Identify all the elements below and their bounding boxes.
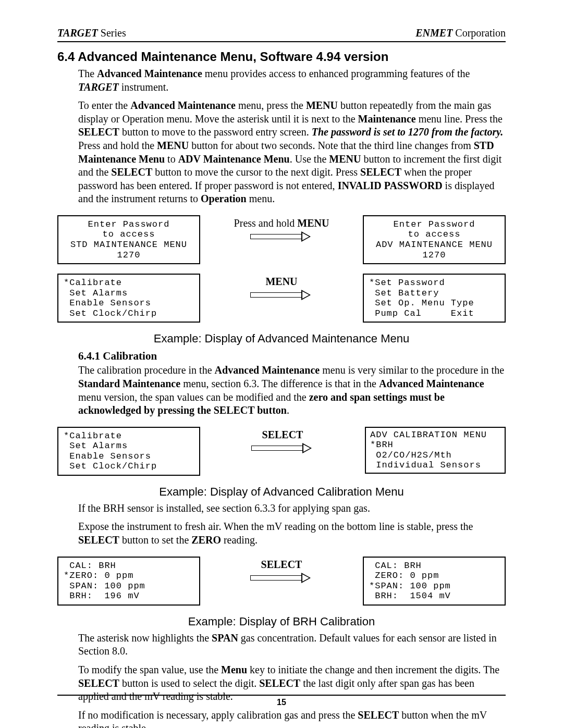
lcd-adv-password: Enter Password to access ADV MAINTENANCE… <box>363 215 506 264</box>
sub-heading-calibration: 6.4.1 Calibration <box>78 350 506 363</box>
calibration-paragraph: The calibration procedure in the Advance… <box>78 364 506 417</box>
span-paragraph: The asterisk now highlights the SPAN gas… <box>78 632 506 658</box>
section-heading: 6.4 Advanced Maintenance Menu, Software … <box>57 50 506 64</box>
lcd-adv-calibration-menu: ADV CALIBRATION MENU *BRH O2/CO/H2S/Mth … <box>365 427 506 474</box>
row3-label: SELECT <box>217 429 348 441</box>
display-row-3: *Calibrate Set Alarms Enable Sensors Set… <box>57 427 506 476</box>
footer: 15 <box>57 695 506 707</box>
lcd-brh-zero: CAL: BRH *ZERO: 0 ppm SPAN: 100 ppm BRH:… <box>57 557 200 606</box>
lcd-calibrate-menu: *Calibrate Set Alarms Enable Sensors Set… <box>57 427 200 476</box>
intro-paragraph-1: The Advanced Maintenance menu provides a… <box>78 67 506 94</box>
lcd-brh-span: CAL: BRH ZERO: 0 ppm *SPAN: 100 ppm BRH:… <box>363 557 506 606</box>
row4-label: SELECT <box>216 559 347 571</box>
header-bar: TARGET Series ENMET Corporation <box>57 27 506 42</box>
header-left: TARGET Series <box>57 27 126 39</box>
arrow-icon <box>250 574 313 582</box>
nomod-paragraph: If no modification is necessary, apply c… <box>78 709 506 728</box>
intro-paragraph-2: To enter the Advanced Maintenance menu, … <box>78 99 506 206</box>
display-row-2: *Calibrate Set Alarms Enable Sensors Set… <box>57 274 506 323</box>
brand-target: TARGET <box>57 27 98 39</box>
header-left-text: Series <box>98 27 126 39</box>
brh-note: If the BRH sensor is installed, see sect… <box>78 502 506 515</box>
arrow-icon <box>251 444 314 452</box>
footer-rule <box>57 695 506 696</box>
lcd-adv-menu: *Set Password Set Battery Set Op. Menu T… <box>363 274 506 323</box>
zero-paragraph: Expose the instrument to fresh air. When… <box>78 520 506 547</box>
caption-adv-cal: Example: Display of Advanced Calibration… <box>57 485 506 499</box>
header-right: ENMET Corporation <box>415 27 506 39</box>
header-right-text: Corporation <box>452 27 506 39</box>
row2-mid: MENU <box>216 274 347 301</box>
caption-brh-cal: Example: Display of BRH Calibration <box>57 615 506 628</box>
page-number: 15 <box>57 698 506 707</box>
display-row-1: Enter Password to access STD MAINTENANCE… <box>57 215 506 264</box>
row1-label: Press and hold MENU <box>216 217 347 229</box>
row3-mid: SELECT <box>217 427 348 454</box>
document-page: TARGET Series ENMET Corporation 6.4 Adva… <box>0 0 563 728</box>
lcd-std-menu: *Calibrate Set Alarms Enable Sensors Set… <box>57 274 200 323</box>
row4-mid: SELECT <box>216 557 347 584</box>
arrow-icon <box>250 232 313 241</box>
row1-mid: Press and hold MENU <box>216 215 347 243</box>
display-row-4: CAL: BRH *ZERO: 0 ppm SPAN: 100 ppm BRH:… <box>57 557 506 606</box>
brand-enmet: ENMET <box>415 27 452 39</box>
lcd-std-password: Enter Password to access STD MAINTENANCE… <box>57 215 200 264</box>
arrow-icon <box>250 291 313 299</box>
row2-label: MENU <box>216 276 347 288</box>
caption-adv-maint: Example: Display of Advanced Maintenance… <box>57 332 506 346</box>
